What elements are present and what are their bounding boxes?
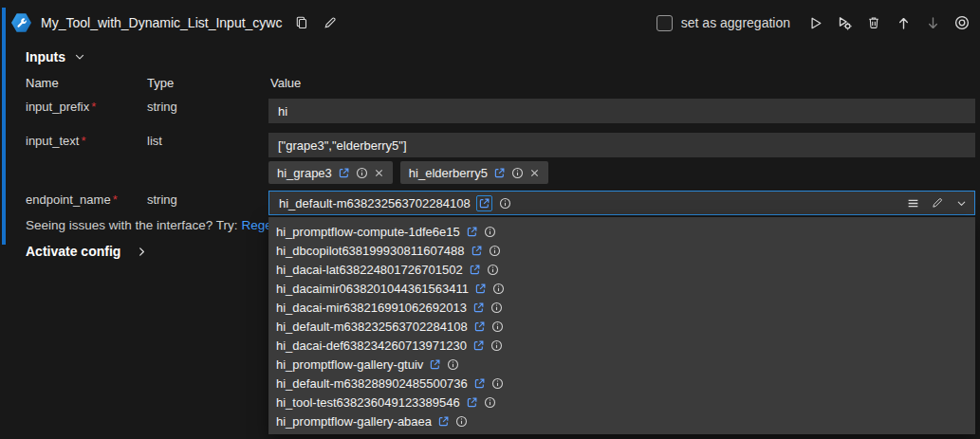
dropdown-option-label: hi_tool-test638236049123389546	[276, 395, 460, 410]
open-external-icon[interactable]	[338, 167, 350, 179]
info-icon[interactable]	[484, 396, 496, 409]
info-icon[interactable]	[492, 283, 505, 295]
input-prefix-value-field[interactable]: hi	[268, 99, 975, 123]
open-external-icon[interactable]	[472, 302, 485, 314]
open-external-icon[interactable]	[429, 358, 441, 371]
activate-config-section[interactable]: Activate config	[26, 244, 148, 259]
dropdown-option[interactable]: hi_promptflow-gallery-abaea	[268, 412, 975, 430]
edit-title-icon[interactable]	[320, 12, 341, 33]
dropdown-option[interactable]: hi_promptflow-compute-1dfe6e15	[268, 222, 975, 241]
set-as-aggregation-label: set as aggregation	[681, 15, 790, 30]
chip-hi-grape3[interactable]: hi_grape3	[268, 161, 393, 184]
row-label-input-prefix: input_prefix*	[26, 100, 96, 114]
chip-label: hi_elderberry5	[409, 166, 488, 180]
chip-label: hi_grape3	[277, 166, 332, 180]
dropdown-option-label: hi_dacai-lat638224801726701502	[276, 263, 463, 277]
info-icon[interactable]	[487, 264, 499, 276]
info-icon[interactable]	[484, 226, 496, 238]
input-text-value-field[interactable]: ["grape3","elderberry5"]	[268, 133, 975, 157]
selected-node-accent-bar	[2, 8, 6, 245]
row-type-input-text: list	[147, 134, 162, 148]
required-marker: *	[91, 100, 96, 114]
debug-run-icon[interactable]	[834, 12, 855, 33]
dropdown-option[interactable]: hi_promptflow-gallery-gtuiv	[268, 355, 975, 374]
dropdown-option-label: hi_default-m638288902485500736	[276, 376, 468, 391]
node-header: My_Tool_with_Dynamic_List_Input_cywc set…	[11, 9, 972, 37]
dropdown-option[interactable]: hi_dacai-def638234260713971230	[268, 336, 975, 355]
endpoint-options-dropdown: hi_promptflow-compute-1dfe6e15hi_dbcopil…	[268, 217, 975, 434]
copy-icon[interactable]	[291, 12, 312, 33]
dropdown-option-label: hi_dacai-def638234260713971230	[276, 338, 467, 353]
chevron-down-icon	[73, 50, 86, 64]
input-text-value: ["grape3","elderberry5"]	[278, 138, 407, 153]
delete-node-icon[interactable]	[863, 12, 884, 33]
info-icon[interactable]	[489, 245, 501, 257]
custom-tool-icon	[11, 13, 31, 33]
info-icon[interactable]	[356, 167, 368, 179]
info-icon[interactable]	[490, 339, 503, 352]
info-icon[interactable]	[447, 358, 459, 371]
column-header-value: Value	[270, 76, 301, 90]
row-label-endpoint-name: endpoint_name*	[26, 192, 118, 207]
dropdown-option[interactable]: hi_default-m638232563702284108	[268, 317, 975, 336]
input-text-chips: hi_grape3 hi_elderberry5	[268, 161, 548, 184]
dropdown-option[interactable]: hi_dacaimir0638201044361563411	[268, 279, 975, 298]
open-external-icon[interactable]	[437, 415, 450, 428]
open-external-icon[interactable]	[476, 195, 492, 211]
remove-chip-icon[interactable]	[529, 168, 540, 178]
info-icon[interactable]	[490, 302, 503, 314]
open-external-icon[interactable]	[473, 377, 486, 390]
chip-hi-elderberry5[interactable]: hi_elderberry5	[400, 161, 548, 184]
dropdown-option-label: hi_promptflow-gallery-abaea	[276, 414, 432, 429]
open-external-icon[interactable]	[472, 339, 485, 352]
list-view-icon[interactable]	[904, 194, 921, 211]
info-icon[interactable]	[499, 197, 511, 210]
row-label-input-text: input_text*	[26, 134, 85, 148]
open-external-icon[interactable]	[493, 167, 506, 179]
dropdown-option-label: hi_default-m638232563702284108	[276, 320, 468, 334]
info-icon[interactable]	[491, 320, 504, 333]
dropdown-option-label: hi_promptflow-gallery-gtuiv	[276, 357, 423, 372]
inputs-section-header[interactable]: Inputs	[26, 49, 86, 64]
dropdown-option[interactable]: hi_dbcopilot638199930811607488	[268, 241, 975, 260]
info-icon[interactable]	[491, 377, 504, 390]
dropdown-chevron-icon[interactable]	[953, 195, 969, 210]
column-header-type: Type	[147, 76, 174, 90]
dropdown-option-label: hi_dacaimir0638201044361563411	[276, 282, 469, 296]
required-marker: *	[113, 192, 118, 207]
open-external-icon[interactable]	[466, 396, 478, 409]
move-down-icon[interactable]	[922, 12, 943, 33]
target-node-icon[interactable]	[952, 12, 972, 33]
dropdown-option-label: hi_promptflow-compute-1dfe6e15	[276, 225, 460, 239]
open-external-icon[interactable]	[474, 283, 487, 295]
remove-chip-icon[interactable]	[374, 168, 384, 178]
chevron-right-icon	[136, 246, 148, 258]
row-type-input-prefix: string	[147, 100, 177, 114]
open-external-icon[interactable]	[473, 320, 486, 333]
edit-value-icon[interactable]	[929, 194, 946, 211]
required-marker: *	[81, 134, 85, 148]
node-title: My_Tool_with_Dynamic_List_Input_cywc	[41, 15, 282, 30]
dropdown-option[interactable]: hi_dacai-mir638216991062692013	[268, 298, 975, 317]
open-external-icon[interactable]	[466, 226, 478, 238]
info-icon[interactable]	[511, 167, 524, 179]
open-external-icon[interactable]	[469, 264, 481, 276]
tool-node-panel: My_Tool_with_Dynamic_List_Input_cywc set…	[0, 0, 980, 439]
input-prefix-value: hi	[278, 104, 287, 119]
set-as-aggregation-checkbox[interactable]	[656, 15, 673, 31]
inputs-section-title: Inputs	[26, 49, 65, 64]
endpoint-name-value-field[interactable]: hi_default-m638232563702284108	[268, 191, 975, 215]
dropdown-option-label: hi_dbcopilot638199930811607488	[276, 244, 465, 258]
dropdown-option[interactable]: hi_default-m638288902485500736	[268, 374, 975, 393]
move-up-icon[interactable]	[893, 12, 914, 33]
node-header-actions: set as aggregation	[656, 12, 972, 33]
dropdown-option-label: hi_dacai-mir638216991062692013	[276, 301, 467, 315]
row-type-endpoint-name: string	[147, 192, 177, 207]
dropdown-option[interactable]: hi_dacai-lat638224801726701502	[268, 260, 975, 279]
open-external-icon[interactable]	[471, 245, 483, 257]
column-header-name: Name	[26, 76, 59, 90]
info-icon[interactable]	[455, 415, 468, 428]
endpoint-name-value: hi_default-m638232563702284108	[279, 196, 471, 210]
run-node-icon[interactable]	[804, 12, 825, 33]
dropdown-option[interactable]: hi_tool-test638236049123389546	[268, 393, 975, 412]
